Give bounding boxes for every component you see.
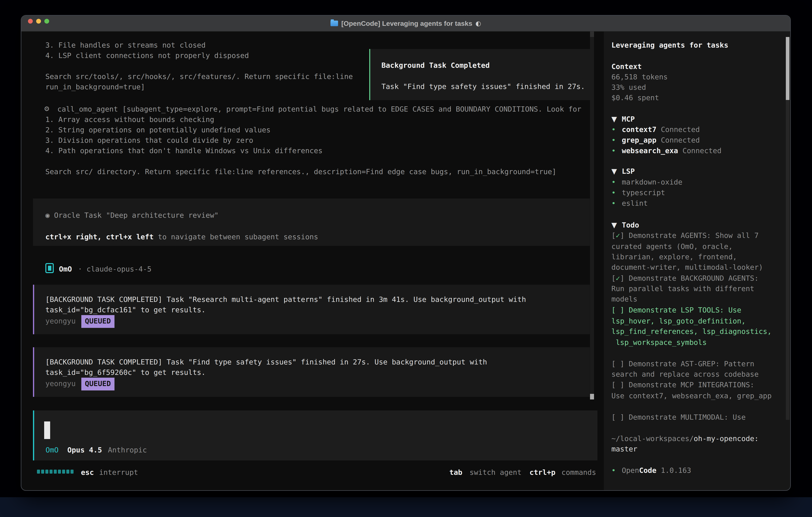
opencode-version: •OpenCode1.0.163 [611,465,691,475]
sidebar: Leveraging agents for tasks Context 66,5… [604,32,790,490]
task-message: [BACKGROUND TASK COMPLETED] Task "Find t… [33,347,590,397]
terminal-scrollbar-cap [590,31,594,37]
check-icon: ✓ [616,231,620,240]
terminal-line: Search src/ directory. Return specific f… [46,166,556,177]
fisheye-icon: ◉ [46,211,50,219]
window-title-group: [OpenCode] Leveraging agents for tasks ◐ [330,20,481,27]
sidebar-scrollbar[interactable] [786,37,789,420]
oracle-task-box: ◉ Oracle Task "Deep architecture review"… [33,198,590,246]
chevron-down-icon: ▼ [611,114,622,124]
context-tokens: 66,518 tokens [611,72,668,82]
sidebar-scrollbar-thumb[interactable] [786,37,789,100]
ctrlp-key-hint: ctrl+p [529,467,555,478]
task-message-line: [BACKGROUND TASK COMPLETED] Task "Resear… [46,294,526,305]
terminal-scrollbar-thumb[interactable] [590,394,594,400]
session-title: Leveraging agents for tasks [611,40,728,50]
agent-icon [46,263,54,273]
traffic-lights [28,19,49,24]
esc-key-label: interrupt [99,467,138,478]
input-provider-name: Anthropic [108,445,147,455]
status-dot-icon: • [611,124,622,135]
todo-item-pending: [ ] Demonstrate MULTIMODAL: Use [611,412,746,423]
todo-item-line: lsp_workspace_symbols [611,337,707,348]
esc-key-hint: esc [81,467,94,478]
hint-keys: ctrl+x right, ctrl+x left [46,233,154,241]
mcp-item: •context7Connected [611,124,700,135]
task-user: yeongyu [46,317,76,325]
desktop-background [0,497,812,517]
zoom-button[interactable] [45,19,49,24]
subagent-nav-hint: ctrl+x right, ctrl+x left to navigate be… [46,232,318,242]
task-message-line: task_id="bg_6f59260c" to get results. [46,367,206,378]
status-dot-icon: • [611,145,622,156]
todo-item-line: librarian, explore, frontend, [611,252,737,262]
status-dot-icon: • [611,465,622,475]
todo-item-line: models [611,294,637,304]
lsp-item: •markdown-oxide [611,177,682,187]
status-dot-icon: • [611,188,622,198]
prompt-input[interactable]: OmO Opus 4.5 Anthropic [33,410,598,460]
todo-item-pending: [ ] Demonstrate MCP INTEGRATIONS: [611,380,754,390]
toast-body: Task "Find type safety issues" finished … [381,81,585,92]
workspace-branch: master [611,444,637,454]
input-model-name: Opus 4.5 [67,445,102,455]
oracle-task-line: ◉ Oracle Task "Deep architecture review" [46,210,219,220]
status-dot-icon: • [611,198,622,209]
task-message: [BACKGROUND TASK COMPLETED] Task "Resear… [33,285,590,334]
todo-item-line: search and replace across codebase [611,369,759,379]
toast-title: Background Task Completed [381,60,490,71]
todo-item-pending: [ ] Demonstrate AST-GREP: Pattern [611,359,754,369]
context-used: 33% used [611,82,646,92]
queued-badge: QUEUED [81,315,115,328]
background-task-toast: Background Task Completed Task "Find typ… [369,49,593,100]
terminal-line: 1. Array access without bounds checking [46,114,214,125]
title-bar: [OpenCode] Leveraging agents for tasks ◐ [21,16,790,32]
agent-icon-fill [48,266,51,271]
terminal-line: 3. Division operations that could divide… [46,135,253,145]
lsp-item: •eslint [611,198,648,209]
terminal-scrollbar[interactable] [590,31,594,400]
terminal-line: run_in_background=true] [46,82,145,92]
context-heading: Context [611,61,642,72]
terminal-line: 3. File handles or streams not closed [46,40,206,50]
ctrlp-key-label: commands [561,467,596,478]
terminal-line: 2. String operations on potentially unde… [46,125,270,135]
lsp-section-header[interactable]: ▼LSP [611,166,635,176]
task-message-line: [BACKGROUND TASK COMPLETED] Task "Find t… [46,357,487,367]
mcp-section-header[interactable]: ▼MCP [611,114,635,124]
terminal-line: 4. Path operations that don't handle Win… [46,145,322,156]
close-button[interactable] [28,19,33,24]
text-cursor [44,421,50,439]
terminal-line: Search src/tools/, src/hooks/, src/featu… [46,71,353,82]
tab-key-label: switch agent [469,467,521,478]
todo-item-line: Use context7, websearch_exa, grep_app [611,391,772,401]
chevron-down-icon: ▼ [611,220,622,230]
screen: [OpenCode] Leveraging agents for tasks ◐… [0,0,812,517]
context-spent: $0.46 spent [611,92,659,103]
check-icon: ✓ [616,274,620,282]
todo-item-line: document-writer, multimodal-looker) [611,262,763,272]
task-user: yeongyu [46,379,76,388]
mcp-item: •grep_appConnected [611,135,700,145]
todo-item-done: [✓] Demonstrate BACKGROUND AGENTS: [611,273,759,283]
window-title: [OpenCode] Leveraging agents for tasks [341,20,472,27]
todo-item-done: [✓] Demonstrate AGENTS: Show all 7 [611,230,759,241]
lsp-item: •typescript [611,188,665,198]
status-dot-icon: • [611,177,622,187]
input-agent-name: OmO [46,445,59,455]
minimize-button[interactable] [36,19,41,24]
status-dot-icon: • [611,135,622,145]
queued-badge: QUEUED [81,378,115,390]
opencode-window: [OpenCode] Leveraging agents for tasks ◐… [21,15,791,491]
todo-section-header[interactable]: ▼Todo [611,220,639,230]
task-message-meta: yeongyuQUEUED [46,378,115,390]
half-moon-icon: ◐ [475,20,481,27]
todo-item-line: curated agents (OmO, oracle, [611,241,733,252]
todo-item-line: lsp_hover, lsp_goto_definition, [611,316,746,326]
task-message-meta: yeongyuQUEUED [46,315,115,328]
terminal-line: 4. LSP client connections not properly d… [46,50,249,61]
task-message-line: task_id="bg_dcfac161" to get results. [46,305,206,315]
agent-name: OmO [59,264,72,274]
tool-call-line: call_omo_agent [subagent_type=explore, p… [57,104,581,114]
agent-separator: · [78,264,82,274]
